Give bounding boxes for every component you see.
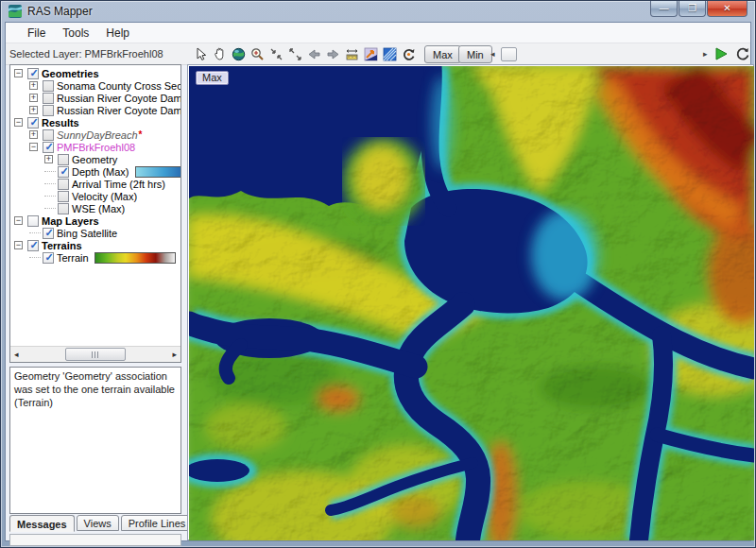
expand-icon[interactable]: + xyxy=(29,130,38,139)
tree-row: +Russian River Coyote Dam to Oc xyxy=(12,104,180,116)
expand-icon[interactable]: + xyxy=(29,81,38,90)
close-button[interactable]: ✕ xyxy=(707,1,747,17)
measure-ruler-icon[interactable] xyxy=(344,47,359,62)
tree-item-label[interactable]: WSE (Max) xyxy=(72,203,125,214)
zoom-in-magnifier-icon[interactable] xyxy=(249,47,265,62)
expand-icon[interactable]: + xyxy=(44,155,53,163)
tree-item-label[interactable]: Geometries xyxy=(42,68,99,79)
tree-checkbox[interactable] xyxy=(43,142,54,153)
tree-item-label[interactable]: Map Layers xyxy=(42,215,99,227)
expand-icon[interactable]: + xyxy=(29,94,38,102)
tree-checkbox[interactable] xyxy=(43,252,54,264)
tree-item-label[interactable]: Velocity (Max) xyxy=(72,191,137,202)
tree-checkbox[interactable] xyxy=(43,129,54,141)
tree-item-label[interactable]: Depth (Max) xyxy=(72,166,129,178)
tree-item-label[interactable]: Russian River Coyote Dam to Oc xyxy=(57,105,181,116)
bottom-tabs: MessagesViewsProfile Lines xyxy=(9,515,195,532)
layer-tree: −Geometries+Sonama County Cross Section … xyxy=(10,65,180,264)
tree-row: −Terrains xyxy=(12,239,180,251)
collapse-icon[interactable]: − xyxy=(14,241,23,249)
tree-item-label[interactable]: Terrains xyxy=(42,240,82,251)
maximize-button[interactable]: ❐ xyxy=(679,1,706,17)
tree-checkbox[interactable] xyxy=(58,179,69,190)
water-surface-icon[interactable] xyxy=(382,47,397,62)
tree-item-label[interactable]: SunnyDayBreach xyxy=(57,129,138,141)
layer-tree-panel: −Geometries+Sonama County Cross Section … xyxy=(9,64,181,363)
tree-checkbox[interactable] xyxy=(43,228,54,239)
max-depth-button[interactable]: Max xyxy=(424,45,461,63)
message-text: Geometry 'Geometry' association was set … xyxy=(14,370,175,408)
profile-plot-icon[interactable] xyxy=(363,47,378,62)
tree-connector xyxy=(44,208,56,209)
profile-slider-right-arrow[interactable]: ▸ xyxy=(703,49,708,59)
app-icon xyxy=(8,4,23,19)
tree-row: −Map Layers xyxy=(12,214,180,227)
zoom-extents-globe-icon[interactable] xyxy=(231,47,246,62)
title-bar[interactable]: RAS Mapper —❐✕ xyxy=(1,1,755,22)
collapse-icon[interactable]: − xyxy=(14,216,23,225)
menu-help[interactable]: Help xyxy=(97,25,138,42)
tree-item-label[interactable]: PMFBrkFroehl08 xyxy=(57,142,135,153)
play-animation-icon[interactable] xyxy=(713,46,729,65)
min-depth-button[interactable]: Min xyxy=(458,45,492,63)
tree-item-label[interactable]: Sonama County Cross Section D xyxy=(57,80,181,92)
modified-indicator: * xyxy=(139,129,143,140)
render-settings-icon[interactable] xyxy=(401,47,416,62)
menu-bar: FileToolsHelp xyxy=(6,23,750,43)
collapse-icon[interactable]: − xyxy=(29,143,38,151)
tab-views[interactable]: Views xyxy=(77,515,119,531)
map-canvas[interactable]: Max xyxy=(189,66,754,540)
tree-item-label[interactable]: Geometry xyxy=(72,154,117,165)
tree-checkbox[interactable] xyxy=(58,191,69,202)
tree-row: −PMFBrkFroehl08 xyxy=(12,141,180,153)
status-strip xyxy=(9,534,181,546)
tree-checkbox[interactable] xyxy=(58,154,69,165)
tree-row: Depth (Max) xyxy=(12,165,180,178)
client-area: FileToolsHelp Selected Layer: PMFBrkFroe… xyxy=(5,22,751,541)
tab-messages[interactable]: Messages xyxy=(9,515,75,532)
depth-color-ramp-swatch[interactable] xyxy=(135,166,181,178)
tree-checkbox[interactable] xyxy=(43,93,54,104)
tree-item-label[interactable]: Results xyxy=(42,117,79,128)
tree-horizontal-scrollbar[interactable]: ◂ ▸ xyxy=(10,346,180,362)
scrollbar-thumb[interactable] xyxy=(65,348,126,361)
tree-item-label[interactable]: Arrival Time (2ft hrs) xyxy=(72,179,165,190)
menu-tools[interactable]: Tools xyxy=(54,25,97,42)
tree-item-label[interactable]: Terrain xyxy=(57,252,89,264)
tree-row: +Geometry xyxy=(12,153,180,165)
tree-checkbox[interactable] xyxy=(27,240,39,251)
scroll-left-icon[interactable]: ◂ xyxy=(14,350,19,359)
zoom-window-icon[interactable] xyxy=(268,47,284,62)
tree-row: +Russian River Coyote Dam to Oc xyxy=(12,92,180,104)
tree-checkbox[interactable] xyxy=(27,215,39,227)
tab-profile-lines[interactable]: Profile Lines xyxy=(121,515,194,531)
profile-slider-left-arrow[interactable]: ◂ xyxy=(490,49,495,59)
minimize-button[interactable]: — xyxy=(650,1,678,17)
tree-item-label[interactable]: Bing Satellite xyxy=(57,228,117,239)
zoom-out-icon[interactable] xyxy=(287,47,302,62)
next-view-icon[interactable] xyxy=(325,47,340,62)
tree-checkbox[interactable] xyxy=(58,166,69,178)
tree-row: −Results xyxy=(12,116,180,128)
tree-connector xyxy=(44,183,56,184)
collapse-icon[interactable]: − xyxy=(14,69,23,77)
tree-checkbox[interactable] xyxy=(27,117,39,128)
profile-slider-thumb[interactable] xyxy=(501,47,517,61)
select-arrow-icon[interactable] xyxy=(193,47,208,62)
menu-file[interactable]: File xyxy=(19,25,54,42)
previous-view-icon[interactable] xyxy=(306,47,321,62)
terrain-color-ramp-swatch[interactable] xyxy=(94,252,176,264)
tree-connector xyxy=(44,196,56,197)
collapse-icon[interactable]: − xyxy=(14,118,23,127)
pan-hand-icon[interactable] xyxy=(212,47,227,62)
tree-checkbox[interactable] xyxy=(58,203,69,214)
tree-item-label[interactable]: Russian River Coyote Dam to Oc xyxy=(57,93,181,104)
expand-icon[interactable]: + xyxy=(29,106,38,114)
tree-row: WSE (Max) xyxy=(12,202,180,214)
restart-animation-icon[interactable] xyxy=(735,46,750,65)
tree-checkbox[interactable] xyxy=(27,68,39,79)
selected-layer-text: Selected Layer: PMFBrkFroehl08 xyxy=(9,48,163,60)
tree-checkbox[interactable] xyxy=(43,80,54,92)
scroll-right-icon[interactable]: ▸ xyxy=(172,350,177,359)
tree-checkbox[interactable] xyxy=(43,105,54,116)
